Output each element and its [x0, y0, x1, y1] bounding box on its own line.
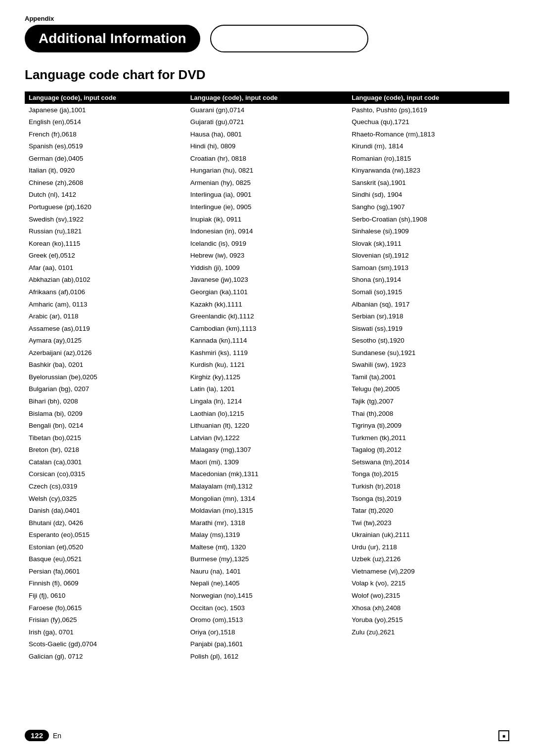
table-cell: Moldavian (mo),1315 [186, 505, 348, 517]
table-cell: Tsonga (ts),2019 [348, 492, 509, 505]
table-cell: Georgian (ka),1101 [186, 286, 348, 298]
col-header-1: Language (code), input code [25, 91, 186, 104]
table-cell: Faroese (fo),0615 [25, 602, 186, 614]
table-cell: Xhosa (xh),2408 [348, 602, 509, 614]
table-cell: Sundanese (su),1921 [348, 347, 509, 359]
table-cell: Uzbek (uz),2126 [348, 553, 509, 566]
table-cell: Spanish (es),0519 [25, 140, 186, 153]
table-cell: Basque (eu),0521 [25, 553, 186, 566]
table-cell: Bulgarian (bg), 0207 [25, 383, 186, 396]
table-cell: Croatian (hr), 0818 [186, 152, 348, 165]
table-cell [348, 638, 509, 651]
table-cell: Afar (aa), 0101 [25, 262, 186, 274]
table-cell: Wolof (wo),2315 [348, 590, 509, 602]
table-cell: Byelorussian (be),0205 [25, 371, 186, 383]
table-cell: Nauru (na), 1401 [186, 565, 348, 578]
table-cell: Yoruba (yo),2515 [348, 614, 509, 626]
table-cell: Gujarati (gu),0721 [186, 116, 348, 129]
table-cell: Mongolian (mn), 1314 [186, 492, 348, 505]
table-cell: Italian (it), 0920 [25, 165, 186, 177]
table-cell: Azerbaijani (az),0126 [25, 347, 186, 359]
table-cell: Maori (mi), 1309 [186, 456, 348, 468]
table-cell: Norwegian (no),1415 [186, 590, 348, 602]
table-cell: Oromo (om),1513 [186, 614, 348, 626]
table-cell: Serbian (sr),1918 [348, 311, 509, 323]
table-cell: Afrikaans (af),0106 [25, 286, 186, 298]
table-cell: Galician (gl), 0712 [25, 650, 186, 663]
table-cell: Aymara (ay),0125 [25, 335, 186, 347]
table-cell: Siswati (ss),1919 [348, 322, 509, 335]
table-cell: Indonesian (in), 0914 [186, 225, 348, 238]
table-cell: Bengali (bn), 0214 [25, 420, 186, 432]
table-cell: Vietnamese (vi),2209 [348, 565, 509, 578]
table-cell: Volap k (vo), 2215 [348, 578, 509, 590]
footer-language: En [53, 732, 61, 740]
table-cell: Swahili (sw), 1923 [348, 359, 509, 371]
table-cell: Twi (tw),2023 [348, 517, 509, 529]
table-cell: Sangho (sg),1907 [348, 201, 509, 214]
table-cell: Korean (ko),1115 [25, 237, 186, 250]
table-cell: Lingala (ln), 1214 [186, 396, 348, 408]
table-cell: Kannada (kn),1114 [186, 335, 348, 347]
table-cell: Tatar (tt),2020 [348, 505, 509, 517]
table-cell: Lithuanian (lt), 1220 [186, 420, 348, 432]
table-cell: Yiddish (ji), 1009 [186, 262, 348, 274]
table-cell: Malayalam (ml),1312 [186, 480, 348, 492]
table-cell: Frisian (fy),0625 [25, 614, 186, 626]
table-cell: Kazakh (kk),1111 [186, 298, 348, 311]
table-cell: Samoan (sm),1913 [348, 262, 509, 274]
footer: 122 En ■ [25, 730, 509, 741]
table-cell: Dutch (nl), 1412 [25, 189, 186, 201]
table-cell: Greenlandic (kl),1112 [186, 311, 348, 323]
table-cell: Armenian (hy), 0825 [186, 177, 348, 189]
table-cell: Javanese (jw),1023 [186, 274, 348, 286]
table-cell: Arabic (ar), 0118 [25, 311, 186, 323]
table-cell: Welsh (cy),0325 [25, 492, 186, 505]
table-cell: Albanian (sq), 1917 [348, 298, 509, 311]
table-cell: Esperanto (eo),0515 [25, 529, 186, 541]
header-row: Additional Information [25, 25, 509, 52]
table-cell: Portuguese (pt),1620 [25, 201, 186, 214]
col-header-3: Language (code), input code [348, 91, 509, 104]
table-cell: Breton (br), 0218 [25, 444, 186, 456]
table-cell: Kirghiz (ky),1125 [186, 371, 348, 383]
table-cell: Catalan (ca),0301 [25, 456, 186, 468]
table-cell: Interlingua (ia), 0901 [186, 189, 348, 201]
table-cell: English (en),0514 [25, 116, 186, 129]
table-cell: Swedish (sv),1922 [25, 213, 186, 225]
table-cell: Shona (sn),1914 [348, 274, 509, 286]
table-cell: Sesotho (st),1920 [348, 335, 509, 347]
table-cell: Latvian (lv),1222 [186, 432, 348, 444]
table-cell: Sanskrit (sa),1901 [348, 177, 509, 189]
table-cell: Tamil (ta),2001 [348, 371, 509, 383]
table-cell: Turkish (tr),2018 [348, 480, 509, 492]
table-cell: Cambodian (km),1113 [186, 322, 348, 335]
table-cell: Hungarian (hu), 0821 [186, 165, 348, 177]
table-cell: Oriya (or),1518 [186, 626, 348, 638]
table-cell: Nepali (ne),1405 [186, 578, 348, 590]
table-cell: Occitan (oc), 1503 [186, 602, 348, 614]
table-cell: Assamese (as),0119 [25, 322, 186, 335]
section-title-badge: Additional Information [25, 25, 200, 52]
appendix-label: Appendix [25, 15, 509, 22]
table-cell: Somali (so),1915 [348, 286, 509, 298]
table-cell: Pashto, Pushto (ps),1619 [348, 104, 509, 116]
page-number: 122 [25, 730, 49, 741]
table-cell: Serbo-Croatian (sh),1908 [348, 213, 509, 225]
table-cell [348, 650, 509, 663]
table-cell: Macedonian (mk),1311 [186, 468, 348, 481]
table-cell: Tibetan (bo),0215 [25, 432, 186, 444]
table-cell: Romanian (ro),1815 [348, 152, 509, 165]
table-cell: Kashmiri (ks), 1119 [186, 347, 348, 359]
table-cell: Icelandic (is), 0919 [186, 237, 348, 250]
table-cell: Finnish (fi), 0609 [25, 578, 186, 590]
table-cell: Maltese (mt), 1320 [186, 541, 348, 553]
table-cell: Corsican (co),0315 [25, 468, 186, 481]
table-cell: Irish (ga), 0701 [25, 626, 186, 638]
col-header-2: Language (code), input code [186, 91, 348, 104]
table-cell: Bihari (bh), 0208 [25, 396, 186, 408]
table-cell: Tonga (to),2015 [348, 468, 509, 481]
table-cell: Bislama (bi), 0209 [25, 407, 186, 420]
table-cell: Bhutani (dz), 0426 [25, 517, 186, 529]
table-cell: Panjabi (pa),1601 [186, 638, 348, 651]
